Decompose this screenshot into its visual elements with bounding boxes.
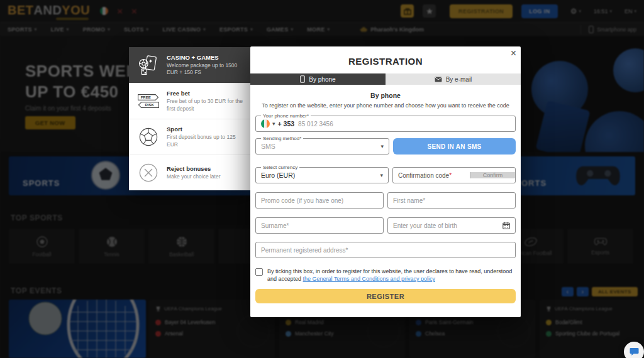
registration-modal: × REGISTRATION By phone By e-mail By pho… [250, 46, 521, 317]
first-name-input[interactable] [393, 197, 510, 204]
promo-code-field[interactable] [255, 192, 384, 209]
tab-by-phone[interactable]: By phone [250, 73, 386, 85]
reject-x-circle-icon [136, 162, 160, 183]
email-icon [435, 77, 442, 82]
chevron-down-icon: ▾ [380, 172, 383, 178]
chevron-down-icon: ▾ [380, 143, 384, 149]
close-icon[interactable]: × [511, 48, 516, 58]
confirmation-code-field[interactable]: Confirmation code* Confirm [392, 167, 516, 183]
date-of-birth-input[interactable] [393, 222, 499, 229]
address-input[interactable] [261, 247, 510, 254]
country-code: + 353 [278, 120, 295, 127]
svg-text:RISK: RISK [145, 103, 155, 107]
surname-field[interactable] [255, 217, 384, 234]
calendar-icon[interactable] [502, 222, 510, 229]
free-risk-tickets-icon: FREE RISK [136, 92, 160, 110]
casino-chip-cards-icon [136, 55, 160, 76]
chevron-down-icon[interactable]: ▾ [272, 121, 275, 127]
surname-input[interactable] [261, 222, 378, 229]
terms-link[interactable]: the General Terms and Conditions and pri… [303, 276, 435, 282]
bonus-choice-panel: CASINO + GAMES Welcome package up to 150… [129, 47, 250, 190]
screen: BETANDYOU × × REGISTRATION LOG IN ⚙▾ 16:… [0, 0, 644, 358]
terms-row: By ticking this box, in order to registe… [255, 268, 516, 283]
svg-text:FREE: FREE [141, 95, 151, 99]
section-heading: By phone [250, 92, 521, 99]
currency-select[interactable]: Select currency Euro (EUR) ▾ [255, 167, 389, 183]
chat-bubble-icon [630, 347, 639, 356]
registration-tabs: By phone By e-mail [250, 73, 521, 85]
phone-number-field[interactable]: Your phone number* ▾ + 353 [255, 116, 516, 132]
register-button[interactable]: REGISTER [255, 289, 516, 303]
bonus-option-sport[interactable]: Sport First deposit bonus up to 125 EUR [129, 119, 250, 155]
modal-title: REGISTRATION [250, 56, 521, 67]
phone-icon [300, 75, 305, 83]
send-sms-button[interactable]: SEND IN AN SMS [393, 138, 516, 155]
soccer-ball-icon [136, 126, 160, 148]
ireland-flag-icon[interactable] [261, 119, 270, 128]
bonus-option-reject[interactable]: Reject bonuses Make your choice later [129, 155, 250, 190]
required-asterisk: * [449, 172, 452, 179]
confirm-button[interactable]: Confirm [470, 172, 515, 178]
terms-text: By ticking this box, in order to registe… [267, 268, 516, 283]
address-field[interactable] [255, 242, 516, 258]
phone-number-input[interactable] [298, 121, 510, 127]
terms-checkbox[interactable] [255, 268, 263, 276]
section-description: To register on the website, enter your p… [250, 102, 521, 109]
date-of-birth-field[interactable] [387, 217, 516, 234]
bonus-option-free-bet[interactable]: FREE RISK Free bet Free bet of up to 30 … [129, 83, 250, 119]
bonus-option-casino-games[interactable]: CASINO + GAMES Welcome package up to 150… [129, 47, 250, 83]
tab-by-email[interactable]: By e-mail [386, 73, 521, 85]
first-name-field[interactable] [387, 192, 516, 209]
sending-method-select[interactable]: Sending method* SMS ▾ [255, 138, 389, 155]
live-chat-button[interactable] [624, 342, 644, 358]
promo-code-input[interactable] [261, 197, 378, 204]
